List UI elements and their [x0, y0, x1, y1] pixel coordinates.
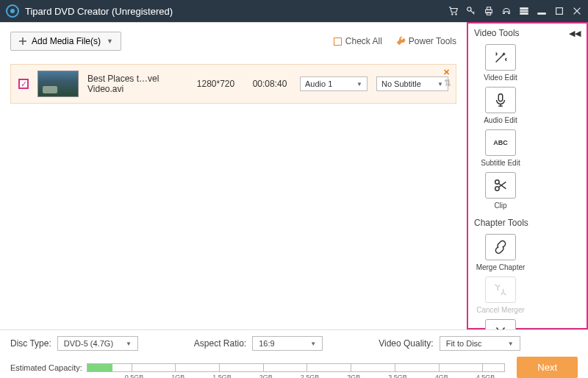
tool-label: Subtitle Edit [474, 159, 527, 168]
capacity-tick: 1.5GB [219, 363, 220, 372]
capacity-bar: 0.5GB1GB1.5GB2GB2.5GB3GB3.5GB4GB4.5GB [87, 363, 505, 372]
chevron-down-icon: ▼ [107, 38, 113, 45]
svg-rect-5 [487, 13, 490, 15]
tool-label: Audio Edit [474, 116, 527, 125]
video-thumbnail[interactable] [37, 71, 79, 97]
capacity-tick: 1GB [175, 363, 176, 372]
remove-row-button[interactable]: ✕ [443, 68, 450, 77]
chevron-down-icon: ▼ [437, 81, 443, 88]
chevron-down-icon: ▼ [356, 81, 362, 88]
svg-rect-4 [487, 7, 490, 10]
add-media-button[interactable]: Add Media File(s) ▼ [10, 32, 121, 51]
next-button[interactable]: Next [517, 357, 578, 378]
capacity-tick: 2.5GB [306, 363, 307, 372]
check-all-toggle[interactable]: Check All [334, 36, 382, 46]
resolution-label: 1280*720 [192, 79, 240, 89]
row-checkbox[interactable]: ✓ [18, 79, 29, 89]
check-icon: ✓ [21, 80, 27, 88]
checkbox-icon [334, 38, 342, 46]
video-quality-label: Video Quality: [379, 338, 434, 349]
tool-video-edit[interactable]: Video Edit [474, 44, 527, 82]
power-tools-button[interactable]: Power Tools [395, 36, 456, 46]
abc-icon: ABC [485, 129, 516, 156]
plus-icon [18, 37, 27, 46]
footer: Disc Type: DVD-5 (4.7G) ▼ Aspect Ratio: … [0, 329, 588, 378]
collapse-icon[interactable]: ◀◀ [569, 29, 581, 38]
maximize-icon[interactable] [554, 6, 564, 16]
mic-icon [485, 87, 516, 113]
capacity-label: Estimated Capacity: [10, 363, 82, 372]
check-all-label: Check All [345, 36, 382, 46]
aspect-ratio-value: 16:9 [259, 339, 274, 348]
disc-type-value: DVD-5 (4.7G) [64, 339, 113, 348]
chapter-tools-heading: Chapter Tools [474, 218, 581, 228]
scissors-icon [485, 172, 516, 199]
capacity-tick: 3GB [351, 363, 351, 372]
svg-rect-9 [538, 13, 546, 15]
tool-audio-edit[interactable]: Audio Edit [474, 87, 527, 125]
tool-label: Cancel Merger [474, 306, 527, 315]
menu-icon[interactable] [519, 6, 529, 16]
svg-rect-11 [498, 94, 503, 101]
tool-subtitle-edit[interactable]: ABCSubtitle Edit [474, 129, 527, 168]
video-quality-select[interactable]: Fit to Disc ▼ [440, 336, 520, 351]
tool-cancel-merger: Cancel Merger [474, 277, 527, 315]
capacity-tick: 3.5GB [395, 363, 395, 372]
capacity-fill [87, 364, 112, 371]
chevron-down-icon: ▼ [508, 340, 514, 347]
capacity-tick: 0.5GB [132, 363, 132, 372]
print-icon[interactable] [484, 6, 494, 16]
chevron-down-icon: ▼ [126, 340, 132, 347]
wrench-icon [395, 36, 406, 46]
video-quality-value: Fit to Disc [446, 339, 482, 348]
key-icon[interactable] [466, 6, 476, 16]
video-tools-heading: Video Tools [474, 28, 520, 38]
audio-value: Audio 1 [305, 79, 332, 88]
wand-icon [485, 44, 516, 71]
close-icon[interactable] [572, 6, 582, 16]
svg-point-1 [456, 14, 457, 15]
svg-point-0 [451, 14, 453, 15]
disc-type-label: Disc Type: [10, 338, 51, 349]
app-logo-icon [6, 4, 19, 18]
duration-label: 00:08:40 [248, 79, 291, 89]
titlebar: Tipard DVD Creator (Unregistered) [0, 0, 588, 22]
tool-clip[interactable]: Clip [474, 172, 527, 210]
svg-rect-7 [520, 10, 528, 12]
link-icon [485, 234, 516, 260]
svg-rect-6 [520, 8, 528, 10]
minimize-icon[interactable] [537, 6, 547, 16]
subtitle-select[interactable]: No Subtitle ▼ [376, 76, 448, 91]
svg-text:ABC: ABC [493, 139, 508, 146]
add-media-label: Add Media File(s) [32, 36, 101, 46]
subtitle-value: No Subtitle [381, 79, 421, 88]
chevron-down-icon: ▼ [310, 340, 316, 347]
svg-rect-10 [556, 8, 563, 15]
cart-icon[interactable] [448, 6, 459, 16]
aspect-ratio-label: Aspect Ratio: [194, 338, 246, 349]
media-row[interactable]: ✓ Best Places t…vel Video.avi 1280*720 0… [10, 64, 456, 104]
tool-merge-chapter[interactable]: Merge Chapter [474, 234, 527, 272]
filename-label: Best Places t…vel Video.avi [87, 74, 183, 94]
capacity-tick: 4.5GB [482, 363, 483, 372]
main-panel: Add Media File(s) ▼ Check All Power Tool… [0, 22, 467, 329]
power-tools-label: Power Tools [409, 36, 456, 46]
reorder-handle[interactable]: ⇅ [444, 78, 451, 88]
aspect-ratio-select[interactable]: 16:9 ▼ [252, 336, 323, 351]
audio-select[interactable]: Audio 1 ▼ [300, 76, 368, 91]
tool-label: Video Edit [474, 74, 527, 82]
tool-label: Merge Chapter [474, 263, 527, 272]
capacity-tick: 4GB [439, 363, 440, 372]
svg-rect-8 [520, 13, 528, 15]
tools-sidebar: Video Tools ◀◀ Video EditAudio EditABCSu… [467, 22, 588, 329]
link-broken-icon [485, 277, 516, 303]
disc-type-select[interactable]: DVD-5 (4.7G) ▼ [57, 336, 138, 351]
headset-icon[interactable] [501, 6, 512, 16]
capacity-tick: 2GB [263, 363, 264, 372]
window-title: Tipard DVD Creator (Unregistered) [25, 6, 448, 17]
tool-label: Clip [474, 202, 527, 210]
